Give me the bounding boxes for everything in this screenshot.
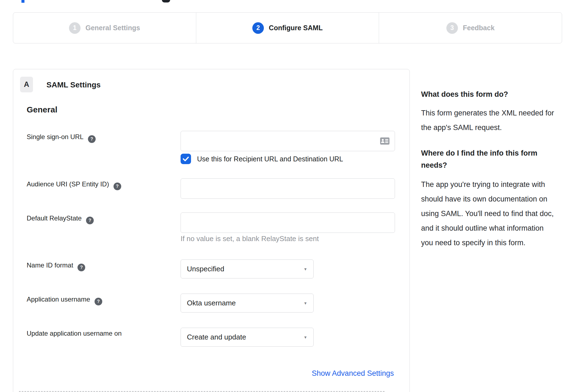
cropped-header-fragment: [21, 0, 24, 3]
update-app-username-select[interactable]: Create and update ▼: [181, 328, 314, 347]
section-divider: [19, 391, 385, 392]
step-feedback[interactable]: 3 Feedback: [379, 13, 562, 43]
step-3-number-badge: 3: [446, 22, 458, 34]
sidebar-heading-where: Where do I find the info this form needs…: [421, 147, 557, 171]
application-username-label: Application username?: [27, 296, 102, 305]
sso-url-label: Single sign-on URL?: [27, 133, 96, 143]
help-icon[interactable]: ?: [86, 217, 94, 224]
update-app-username-value: Create and update: [187, 333, 303, 341]
relay-state-input[interactable]: [181, 212, 395, 233]
sidebar-paragraph-what: This form generates the XML needed for t…: [421, 106, 557, 135]
check-icon: [183, 156, 189, 162]
sidebar-heading-what: What does this form do?: [421, 89, 557, 99]
help-icon[interactable]: ?: [88, 135, 96, 143]
general-group-heading: General: [27, 105, 57, 114]
recipient-url-checkbox-row: Use this for Recipient URL and Destinati…: [181, 154, 343, 164]
step-1-label: General Settings: [85, 24, 140, 32]
saml-settings-panel: A SAML Settings General Single sign-on U…: [13, 69, 410, 392]
step-configure-saml[interactable]: 2 Configure SAML: [196, 13, 379, 43]
name-id-format-label: Name ID format?: [27, 261, 85, 271]
audience-uri-label: Audience URI (SP Entity ID)?: [27, 180, 121, 190]
sso-url-input[interactable]: [181, 131, 395, 151]
audience-uri-input[interactable]: [181, 178, 395, 199]
section-a-badge: A: [20, 77, 33, 92]
step-general-settings[interactable]: 1 General Settings: [13, 13, 196, 43]
help-sidebar: What does this form do? This form genera…: [421, 89, 557, 250]
update-app-username-label: Update application username on: [27, 330, 122, 337]
help-icon[interactable]: ?: [78, 264, 85, 271]
chevron-down-icon: ▼: [303, 301, 307, 305]
show-advanced-settings-link[interactable]: Show Advanced Settings: [312, 369, 394, 378]
relay-state-hint: If no value is set, a blank RelayState i…: [181, 234, 319, 243]
step-3-label: Feedback: [463, 24, 494, 32]
chevron-down-icon: ▼: [303, 267, 307, 271]
section-title: SAML Settings: [46, 81, 101, 89]
chevron-down-icon: ▼: [303, 335, 307, 339]
step-2-label: Configure SAML: [269, 24, 323, 32]
application-username-value: Okta username: [187, 299, 303, 307]
name-id-format-value: Unspecified: [187, 265, 303, 273]
recipient-url-checkbox[interactable]: [181, 154, 191, 164]
cropped-header-icon-fragment: [162, 0, 170, 2]
configure-saml-page: 1 General Settings 2 Configure SAML 3 Fe…: [0, 0, 575, 392]
help-icon[interactable]: ?: [114, 183, 121, 190]
name-id-format-select[interactable]: Unspecified ▼: [181, 260, 314, 278]
recipient-url-checkbox-label: Use this for Recipient URL and Destinati…: [197, 155, 343, 163]
help-icon[interactable]: ?: [95, 298, 102, 305]
sidebar-paragraph-where: The app you're trying to integrate with …: [421, 177, 557, 250]
relay-state-label: Default RelayState?: [27, 214, 94, 224]
step-1-number-badge: 1: [69, 22, 81, 34]
application-username-select[interactable]: Okta username ▼: [181, 294, 314, 313]
wizard-stepper: 1 General Settings 2 Configure SAML 3 Fe…: [13, 12, 562, 43]
step-2-number-badge: 2: [252, 22, 264, 34]
